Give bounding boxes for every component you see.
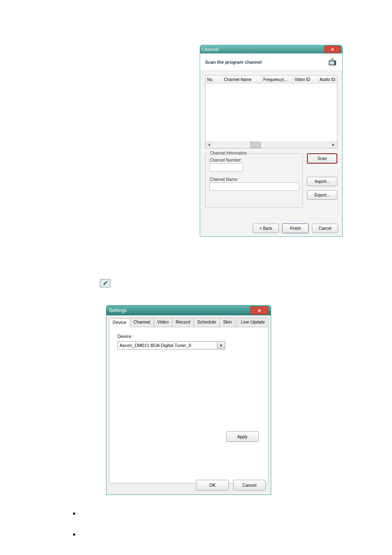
channel-dialog: Channel ✕ Scan the program channel No. C… xyxy=(200,45,343,237)
channel-title: Channel xyxy=(202,47,219,52)
back-button[interactable]: < Back xyxy=(253,224,279,233)
settings-tabs: Device Channel Video Record Schedule Ski… xyxy=(109,318,268,327)
channel-titlebar: Channel ✕ xyxy=(200,45,342,53)
channel-info-legend: Channel Information xyxy=(209,151,248,155)
device-select-value: Ascen_DM011 BDA Digital Tuner_0 xyxy=(118,342,217,349)
tab-live-update[interactable]: Live Update xyxy=(237,318,269,327)
horizontal-scrollbar[interactable]: ◄ ► xyxy=(205,141,337,148)
device-label: Device : xyxy=(118,334,260,339)
svg-point-2 xyxy=(106,281,108,282)
col-audio-id[interactable]: Audio ID xyxy=(318,76,337,83)
channel-header-title: Scan the program channel xyxy=(205,60,262,65)
import-button[interactable]: Import... xyxy=(307,177,337,186)
cancel-button[interactable]: Cancel xyxy=(233,480,266,490)
channel-name-label: Channel Name: xyxy=(210,177,298,182)
tool-icon[interactable] xyxy=(100,279,111,287)
apply-button[interactable]: Apply xyxy=(226,431,259,442)
tab-schedule[interactable]: Schedule xyxy=(194,318,220,327)
ok-button[interactable]: OK xyxy=(196,480,229,490)
channel-number-label: Channel Number: xyxy=(210,158,298,162)
grid-header: No. Channel Name Frequency(... Video ID … xyxy=(205,76,337,83)
bullet: ■ xyxy=(71,532,76,537)
tv-icon xyxy=(327,57,337,67)
scroll-left-icon[interactable]: ◄ xyxy=(205,141,212,148)
settings-titlebar: Settings ✕ xyxy=(106,305,271,315)
scroll-thumb[interactable] xyxy=(250,142,261,148)
settings-title: Settings xyxy=(109,308,127,313)
close-icon[interactable]: ✕ xyxy=(250,306,268,314)
finish-button[interactable]: Finish xyxy=(282,224,309,233)
tab-body-device: Device : Ascen_DM011 BDA Digital Tuner_0… xyxy=(109,327,268,483)
col-no[interactable]: No. xyxy=(205,76,223,83)
scan-button[interactable]: Scan xyxy=(307,153,337,164)
tab-device[interactable]: Device xyxy=(109,318,130,327)
device-select[interactable]: Ascen_DM011 BDA Digital Tuner_0 ▼ xyxy=(118,341,225,349)
cancel-button[interactable]: Cancel xyxy=(312,224,338,233)
channel-name-input[interactable] xyxy=(210,183,299,191)
tab-record[interactable]: Record xyxy=(172,318,194,327)
col-video-id[interactable]: Video ID xyxy=(293,76,318,83)
chevron-down-icon[interactable]: ▼ xyxy=(217,342,225,349)
channel-info-fieldset: Channel Information Channel Number: Chan… xyxy=(205,153,303,208)
export-button[interactable]: Export... xyxy=(307,190,337,200)
svg-rect-1 xyxy=(330,61,334,65)
channel-header: Scan the program channel xyxy=(200,53,342,71)
col-channel-name[interactable]: Channel Name xyxy=(223,76,262,83)
bullet: ■ xyxy=(71,511,76,516)
channel-number-input[interactable] xyxy=(210,163,243,171)
tab-video[interactable]: Video xyxy=(154,318,173,327)
tab-channel[interactable]: Channel xyxy=(130,318,154,327)
col-frequency[interactable]: Frequency(... xyxy=(262,76,293,83)
scroll-track[interactable] xyxy=(212,141,330,148)
tab-skin[interactable]: Skin xyxy=(219,318,235,327)
channel-grid: No. Channel Name Frequency(... Video ID … xyxy=(205,75,337,148)
settings-dialog: Settings ✕ Device Channel Video Record S… xyxy=(106,305,271,495)
close-icon[interactable]: ✕ xyxy=(324,46,341,53)
scroll-right-icon[interactable]: ► xyxy=(330,141,337,148)
